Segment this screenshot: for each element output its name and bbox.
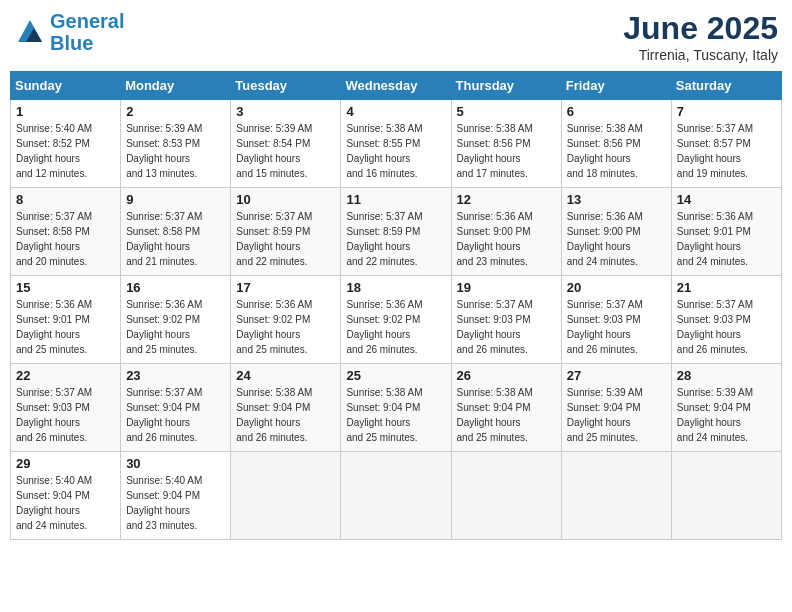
day-number: 29 — [16, 456, 115, 471]
weekday-header: Tuesday — [231, 72, 341, 100]
day-detail: Sunrise: 5:37 AM Sunset: 9:04 PM Dayligh… — [126, 385, 225, 445]
calendar-day-cell: 18 Sunrise: 5:36 AM Sunset: 9:02 PM Dayl… — [341, 276, 451, 364]
logo-icon — [14, 16, 46, 48]
day-detail: Sunrise: 5:37 AM Sunset: 9:03 PM Dayligh… — [567, 297, 666, 357]
location: Tirrenia, Tuscany, Italy — [623, 47, 778, 63]
calendar-week-row: 29 Sunrise: 5:40 AM Sunset: 9:04 PM Dayl… — [11, 452, 782, 540]
calendar-week-row: 15 Sunrise: 5:36 AM Sunset: 9:01 PM Dayl… — [11, 276, 782, 364]
day-number: 3 — [236, 104, 335, 119]
day-number: 30 — [126, 456, 225, 471]
calendar-day-cell: 29 Sunrise: 5:40 AM Sunset: 9:04 PM Dayl… — [11, 452, 121, 540]
day-number: 23 — [126, 368, 225, 383]
calendar-day-cell: 14 Sunrise: 5:36 AM Sunset: 9:01 PM Dayl… — [671, 188, 781, 276]
calendar-day-cell: 24 Sunrise: 5:38 AM Sunset: 9:04 PM Dayl… — [231, 364, 341, 452]
day-number: 4 — [346, 104, 445, 119]
calendar-day-cell: 20 Sunrise: 5:37 AM Sunset: 9:03 PM Dayl… — [561, 276, 671, 364]
day-number: 15 — [16, 280, 115, 295]
calendar-day-cell — [671, 452, 781, 540]
calendar-day-cell: 25 Sunrise: 5:38 AM Sunset: 9:04 PM Dayl… — [341, 364, 451, 452]
day-number: 26 — [457, 368, 556, 383]
day-number: 14 — [677, 192, 776, 207]
calendar-day-cell: 9 Sunrise: 5:37 AM Sunset: 8:58 PM Dayli… — [121, 188, 231, 276]
calendar-day-cell: 21 Sunrise: 5:37 AM Sunset: 9:03 PM Dayl… — [671, 276, 781, 364]
day-detail: Sunrise: 5:36 AM Sunset: 9:00 PM Dayligh… — [567, 209, 666, 269]
day-detail: Sunrise: 5:36 AM Sunset: 9:01 PM Dayligh… — [677, 209, 776, 269]
title-block: June 2025 Tirrenia, Tuscany, Italy — [623, 10, 778, 63]
weekday-header: Monday — [121, 72, 231, 100]
weekday-header-row: SundayMondayTuesdayWednesdayThursdayFrid… — [11, 72, 782, 100]
calendar-day-cell: 5 Sunrise: 5:38 AM Sunset: 8:56 PM Dayli… — [451, 100, 561, 188]
day-detail: Sunrise: 5:38 AM Sunset: 8:55 PM Dayligh… — [346, 121, 445, 181]
day-number: 5 — [457, 104, 556, 119]
calendar-day-cell: 8 Sunrise: 5:37 AM Sunset: 8:58 PM Dayli… — [11, 188, 121, 276]
logo-text: General Blue — [50, 10, 124, 54]
calendar-day-cell: 13 Sunrise: 5:36 AM Sunset: 9:00 PM Dayl… — [561, 188, 671, 276]
day-detail: Sunrise: 5:37 AM Sunset: 8:58 PM Dayligh… — [16, 209, 115, 269]
calendar-day-cell: 12 Sunrise: 5:36 AM Sunset: 9:00 PM Dayl… — [451, 188, 561, 276]
weekday-header: Thursday — [451, 72, 561, 100]
calendar-day-cell: 17 Sunrise: 5:36 AM Sunset: 9:02 PM Dayl… — [231, 276, 341, 364]
day-number: 19 — [457, 280, 556, 295]
calendar-week-row: 1 Sunrise: 5:40 AM Sunset: 8:52 PM Dayli… — [11, 100, 782, 188]
day-detail: Sunrise: 5:36 AM Sunset: 9:02 PM Dayligh… — [126, 297, 225, 357]
calendar-table: SundayMondayTuesdayWednesdayThursdayFrid… — [10, 71, 782, 540]
calendar-day-cell: 23 Sunrise: 5:37 AM Sunset: 9:04 PM Dayl… — [121, 364, 231, 452]
page-header: General Blue June 2025 Tirrenia, Tuscany… — [10, 10, 782, 63]
logo: General Blue — [14, 10, 124, 54]
day-detail: Sunrise: 5:36 AM Sunset: 9:02 PM Dayligh… — [236, 297, 335, 357]
day-number: 10 — [236, 192, 335, 207]
day-number: 24 — [236, 368, 335, 383]
day-number: 28 — [677, 368, 776, 383]
day-detail: Sunrise: 5:38 AM Sunset: 9:04 PM Dayligh… — [346, 385, 445, 445]
calendar-day-cell — [451, 452, 561, 540]
calendar-day-cell — [561, 452, 671, 540]
day-number: 20 — [567, 280, 666, 295]
calendar-day-cell: 28 Sunrise: 5:39 AM Sunset: 9:04 PM Dayl… — [671, 364, 781, 452]
day-number: 16 — [126, 280, 225, 295]
day-detail: Sunrise: 5:37 AM Sunset: 8:59 PM Dayligh… — [346, 209, 445, 269]
day-number: 7 — [677, 104, 776, 119]
calendar-day-cell: 26 Sunrise: 5:38 AM Sunset: 9:04 PM Dayl… — [451, 364, 561, 452]
weekday-header: Friday — [561, 72, 671, 100]
calendar-week-row: 22 Sunrise: 5:37 AM Sunset: 9:03 PM Dayl… — [11, 364, 782, 452]
day-number: 11 — [346, 192, 445, 207]
calendar-week-row: 8 Sunrise: 5:37 AM Sunset: 8:58 PM Dayli… — [11, 188, 782, 276]
day-detail: Sunrise: 5:38 AM Sunset: 9:04 PM Dayligh… — [236, 385, 335, 445]
day-detail: Sunrise: 5:39 AM Sunset: 9:04 PM Dayligh… — [677, 385, 776, 445]
day-detail: Sunrise: 5:36 AM Sunset: 9:00 PM Dayligh… — [457, 209, 556, 269]
day-detail: Sunrise: 5:39 AM Sunset: 8:53 PM Dayligh… — [126, 121, 225, 181]
day-detail: Sunrise: 5:37 AM Sunset: 8:58 PM Dayligh… — [126, 209, 225, 269]
day-number: 2 — [126, 104, 225, 119]
calendar-day-cell: 19 Sunrise: 5:37 AM Sunset: 9:03 PM Dayl… — [451, 276, 561, 364]
calendar-day-cell: 11 Sunrise: 5:37 AM Sunset: 8:59 PM Dayl… — [341, 188, 451, 276]
weekday-header: Saturday — [671, 72, 781, 100]
calendar-day-cell: 22 Sunrise: 5:37 AM Sunset: 9:03 PM Dayl… — [11, 364, 121, 452]
calendar-day-cell — [231, 452, 341, 540]
day-number: 18 — [346, 280, 445, 295]
calendar-day-cell: 2 Sunrise: 5:39 AM Sunset: 8:53 PM Dayli… — [121, 100, 231, 188]
calendar-day-cell: 3 Sunrise: 5:39 AM Sunset: 8:54 PM Dayli… — [231, 100, 341, 188]
day-detail: Sunrise: 5:36 AM Sunset: 9:01 PM Dayligh… — [16, 297, 115, 357]
calendar-day-cell — [341, 452, 451, 540]
day-detail: Sunrise: 5:38 AM Sunset: 8:56 PM Dayligh… — [567, 121, 666, 181]
calendar-day-cell: 1 Sunrise: 5:40 AM Sunset: 8:52 PM Dayli… — [11, 100, 121, 188]
day-detail: Sunrise: 5:38 AM Sunset: 8:56 PM Dayligh… — [457, 121, 556, 181]
day-detail: Sunrise: 5:37 AM Sunset: 8:59 PM Dayligh… — [236, 209, 335, 269]
day-detail: Sunrise: 5:40 AM Sunset: 9:04 PM Dayligh… — [126, 473, 225, 533]
day-number: 13 — [567, 192, 666, 207]
day-number: 21 — [677, 280, 776, 295]
day-number: 8 — [16, 192, 115, 207]
calendar-day-cell: 6 Sunrise: 5:38 AM Sunset: 8:56 PM Dayli… — [561, 100, 671, 188]
day-detail: Sunrise: 5:37 AM Sunset: 9:03 PM Dayligh… — [677, 297, 776, 357]
day-detail: Sunrise: 5:37 AM Sunset: 9:03 PM Dayligh… — [457, 297, 556, 357]
day-number: 6 — [567, 104, 666, 119]
calendar-day-cell: 30 Sunrise: 5:40 AM Sunset: 9:04 PM Dayl… — [121, 452, 231, 540]
day-detail: Sunrise: 5:39 AM Sunset: 8:54 PM Dayligh… — [236, 121, 335, 181]
day-detail: Sunrise: 5:39 AM Sunset: 9:04 PM Dayligh… — [567, 385, 666, 445]
calendar-day-cell: 10 Sunrise: 5:37 AM Sunset: 8:59 PM Dayl… — [231, 188, 341, 276]
day-detail: Sunrise: 5:36 AM Sunset: 9:02 PM Dayligh… — [346, 297, 445, 357]
day-detail: Sunrise: 5:40 AM Sunset: 8:52 PM Dayligh… — [16, 121, 115, 181]
day-number: 27 — [567, 368, 666, 383]
day-detail: Sunrise: 5:37 AM Sunset: 8:57 PM Dayligh… — [677, 121, 776, 181]
month-title: June 2025 — [623, 10, 778, 47]
